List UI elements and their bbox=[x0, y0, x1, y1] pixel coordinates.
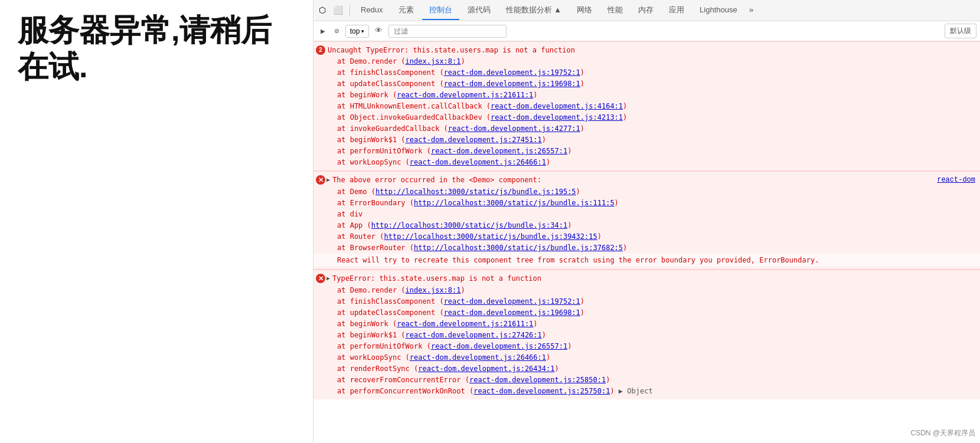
stack-line-1-2: at updateClassComponent (react-dom.devel… bbox=[313, 78, 980, 90]
stack-link-1-1[interactable]: react-dom.development.js:19752:1 bbox=[444, 68, 580, 77]
execute-button[interactable]: ▶ bbox=[317, 24, 329, 38]
context-selector[interactable]: top ▾ bbox=[345, 25, 370, 38]
stack-link-1-5[interactable]: react-dom.development.js:4213:1 bbox=[491, 113, 623, 122]
stack-line-2-0: at Demo (http://localhost:3000/static/js… bbox=[313, 186, 980, 198]
stack-link-1-4[interactable]: react-dom.development.js:4164:1 bbox=[491, 102, 623, 110]
cursor-icon[interactable]: ⬡ bbox=[316, 4, 329, 17]
stack-line-2-1: at ErrorBoundary (http://localhost:3000/… bbox=[313, 198, 980, 209]
error-header-1: 2 Uncaught TypeError: this.state.users.m… bbox=[313, 44, 980, 56]
stack-line-1-6: at invokeGuardedCallback (react-dom.deve… bbox=[313, 123, 980, 134]
stack-line-3-6: at workLoopSync (react-dom.development.j… bbox=[313, 352, 980, 363]
stack-line-2-3: at App (http://localhost:3000/static/js/… bbox=[313, 220, 980, 231]
stack-line-2-5: at BrowserRouter (http://localhost:3000/… bbox=[313, 242, 980, 254]
stack-link-3-8[interactable]: react-dom.development.js:25850:1 bbox=[469, 376, 606, 384]
stack-link-3-0[interactable]: index.jsx:8:1 bbox=[406, 286, 461, 294]
error-header-2: ✕ ▶ The above error occurred in the <Dem… bbox=[313, 174, 980, 186]
expand-arrow-3[interactable]: ▶ bbox=[326, 274, 330, 284]
eye-icon[interactable]: 👁 bbox=[371, 24, 386, 38]
stack-line-3-5: at performUnitOfWork (react-dom.developm… bbox=[313, 341, 980, 352]
stack-line-3-0: at Demo.render (index.jsx:8:1) bbox=[313, 285, 980, 296]
stack-line-2-4: at Router (http://localhost:3000/static/… bbox=[313, 231, 980, 242]
tab-sources[interactable]: 源代码 bbox=[460, 1, 498, 20]
stack-line-1-5: at Object.invokeGuardedCallbackDev (reac… bbox=[313, 112, 980, 123]
context-label: top bbox=[350, 27, 360, 35]
tab-performance[interactable]: 性能 bbox=[600, 1, 630, 20]
devtools-tab-bar: ⬡ ⬜ Redux 元素 控制台 源代码 性能数据分析 ▲ 网络 性能 内存 应… bbox=[313, 0, 980, 21]
stack-line-3-3: at beginWork (react-dom.development.js:2… bbox=[313, 319, 980, 330]
stack-line-3-8: at recoverFromConcurrentError (react-dom… bbox=[313, 375, 980, 386]
stack-link-2-3[interactable]: http://localhost:3000/static/js/bundle.j… bbox=[371, 221, 567, 229]
stack-link-2-0[interactable]: http://localhost:3000/static/js/bundle.j… bbox=[375, 188, 576, 196]
error-message-3: TypeError: this.state.users.map is not a… bbox=[332, 273, 975, 284]
stack-line-3-4: at beginWork$1 (react-dom.development.js… bbox=[313, 330, 980, 341]
stack-line-3-7: at renderRootSync (react-dom.development… bbox=[313, 363, 980, 375]
stack-line-1-1: at finishClassComponent (react-dom.devel… bbox=[313, 67, 980, 78]
stack-link-1-3[interactable]: react-dom.development.js:21611:1 bbox=[397, 91, 533, 99]
tab-lighthouse[interactable]: Lighthouse bbox=[692, 2, 744, 19]
stack-link-3-9[interactable]: react-dom.development.js:25750:1 bbox=[473, 387, 610, 395]
console-output: 2 Uncaught TypeError: this.state.users.m… bbox=[313, 41, 980, 443]
error-badge-1: 2 bbox=[316, 45, 325, 55]
filter-input[interactable] bbox=[388, 25, 507, 38]
stack-line-3-9: at performConcurrentWorkOnRoot (react-do… bbox=[313, 386, 980, 397]
server-error-title: 服务器异常,请稍后在试. bbox=[18, 12, 295, 86]
console-toolbar: ▶ ⊘ top ▾ 👁 默认级 bbox=[313, 21, 980, 41]
watermark: CSDN @天界程序员 bbox=[910, 428, 975, 438]
stack-line-1-4: at HTMLUnknownElement.callCallback (reac… bbox=[313, 101, 980, 112]
stack-link-3-3[interactable]: react-dom.development.js:21611:1 bbox=[397, 320, 533, 328]
error-header-3: ✕ ▶ TypeError: this.state.users.map is n… bbox=[313, 273, 980, 285]
divider1 bbox=[349, 5, 350, 17]
stack-line-1-9: at workLoopSync (react-dom.development.j… bbox=[313, 157, 980, 168]
file-ref-2[interactable]: react-dom bbox=[937, 175, 975, 185]
clear-button[interactable]: ⊘ bbox=[331, 24, 343, 38]
tab-performance-analysis[interactable]: 性能数据分析 ▲ bbox=[499, 1, 569, 20]
stack-link-3-6[interactable]: react-dom.development.js:26466:1 bbox=[410, 353, 546, 362]
chevron-down-icon: ▾ bbox=[361, 28, 364, 34]
stack-link-3-7[interactable]: react-dom.development.js:26434:1 bbox=[418, 365, 554, 373]
error-message-2: The above error occurred in the <Demo> c… bbox=[332, 175, 975, 185]
tab-console[interactable]: 控制台 bbox=[422, 1, 459, 20]
tab-memory[interactable]: 内存 bbox=[631, 1, 661, 20]
stack-link-2-4[interactable]: http://localhost:3000/static/js/bundle.j… bbox=[384, 232, 597, 241]
error-icon-x-3: ✕ bbox=[316, 274, 325, 283]
tab-redux[interactable]: Redux bbox=[354, 2, 390, 19]
error-block-1: 2 Uncaught TypeError: this.state.users.m… bbox=[313, 41, 980, 170]
stack-line-1-7: at beginWork$1 (react-dom.development.js… bbox=[313, 134, 980, 146]
stack-link-1-6[interactable]: react-dom.development.js:4277:1 bbox=[448, 124, 580, 133]
more-tabs-button[interactable]: » bbox=[746, 4, 757, 17]
stack-link-1-9[interactable]: react-dom.development.js:26466:1 bbox=[410, 158, 546, 166]
stack-line-3-1: at finishClassComponent (react-dom.devel… bbox=[313, 296, 980, 307]
stack-line-2-2: at div bbox=[313, 209, 980, 220]
react-will-message: React will try to recreate this componen… bbox=[313, 254, 980, 267]
tab-elements[interactable]: 元素 bbox=[391, 1, 421, 20]
stack-line-3-2: at updateClassComponent (react-dom.devel… bbox=[313, 307, 980, 319]
tab-application[interactable]: 应用 bbox=[662, 1, 691, 20]
stack-line-1-8: at performUnitOfWork (react-dom.developm… bbox=[313, 146, 980, 157]
error-block-2: ✕ ▶ The above error occurred in the <Dem… bbox=[313, 170, 980, 269]
error-message-1: Uncaught TypeError: this.state.users.map… bbox=[328, 45, 975, 55]
stack-link-3-5[interactable]: react-dom.development.js:26557:1 bbox=[431, 342, 567, 350]
error-icon-x-2: ✕ bbox=[316, 175, 325, 185]
tab-network[interactable]: 网络 bbox=[570, 1, 599, 20]
error-block-3: ✕ ▶ TypeError: this.state.users.map is n… bbox=[313, 269, 980, 399]
stack-link-3-4[interactable]: react-dom.development.js:27426:1 bbox=[406, 331, 542, 339]
stack-link-2-1[interactable]: http://localhost:3000/static/js/bundle.j… bbox=[414, 199, 615, 207]
stack-link-1-2[interactable]: react-dom.development.js:19698:1 bbox=[444, 80, 580, 88]
stack-link-1-8[interactable]: react-dom.development.js:26557:1 bbox=[431, 147, 567, 155]
stack-line-1-0: at Demo.render (index.jsx:8:1) bbox=[313, 56, 980, 67]
stack-link-3-2[interactable]: react-dom.development.js:19698:1 bbox=[444, 309, 580, 317]
stack-link-1-7[interactable]: react-dom.development.js:27451:1 bbox=[406, 136, 542, 144]
expand-arrow-2[interactable]: ▶ bbox=[326, 175, 330, 186]
stack-line-1-3: at beginWork (react-dom.development.js:2… bbox=[313, 90, 980, 101]
log-level-selector[interactable]: 默认级 bbox=[945, 24, 976, 38]
stack-link-3-1[interactable]: react-dom.development.js:19752:1 bbox=[444, 297, 580, 306]
stack-link-1-0[interactable]: index.jsx:8:1 bbox=[406, 57, 461, 65]
left-panel: 服务器异常,请稍后在试. bbox=[0, 0, 313, 443]
stack-link-2-5[interactable]: http://localhost:3000/static/js/bundle.j… bbox=[414, 244, 623, 252]
devtools-panel: ⬡ ⬜ Redux 元素 控制台 源代码 性能数据分析 ▲ 网络 性能 内存 应… bbox=[313, 0, 980, 443]
device-icon[interactable]: ⬜ bbox=[330, 4, 346, 17]
